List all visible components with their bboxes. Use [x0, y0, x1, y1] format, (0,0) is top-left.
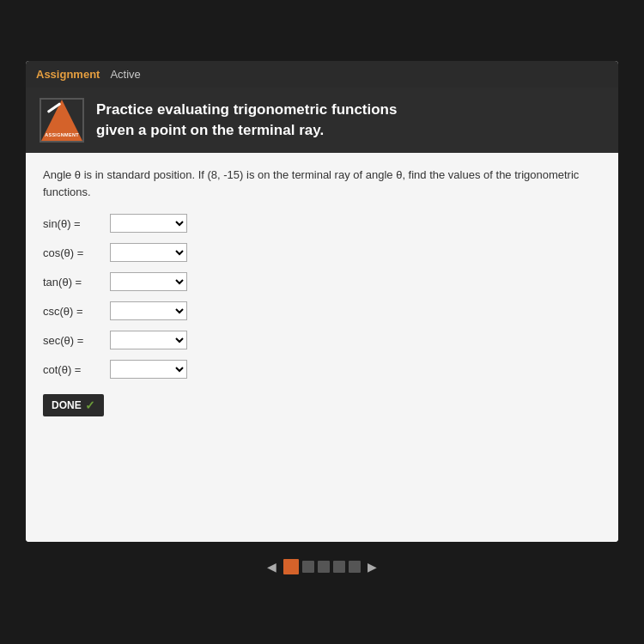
content-area: Angle θ is in standard position. If (8, …: [26, 153, 618, 542]
tab-bar: Assignment Active: [26, 61, 618, 88]
tan-select[interactable]: [110, 272, 187, 291]
tab-active: Active: [110, 68, 140, 81]
icon-text-label: ASSIGNMENT: [41, 132, 82, 137]
main-screen: Assignment Active ASSIGNMENT Practice ev…: [26, 61, 618, 542]
trig-row-sin: sin(θ) =: [43, 214, 601, 233]
header-bar: ASSIGNMENT Practice evaluating trigonome…: [26, 88, 618, 153]
nav-dot-3: [333, 561, 345, 573]
sec-label: sec(θ) =: [43, 334, 105, 347]
done-button[interactable]: DONE ✓: [43, 394, 104, 416]
header-title: Practice evaluating trigonometric functi…: [96, 100, 397, 141]
cos-label: cos(θ) =: [43, 246, 105, 259]
trig-row-tan: tan(θ) =: [43, 272, 601, 291]
next-arrow-icon[interactable]: ▶: [368, 560, 377, 574]
csc-select[interactable]: [110, 301, 187, 320]
assignment-icon: ASSIGNMENT: [39, 98, 84, 143]
done-check-icon: ✓: [85, 398, 95, 412]
trig-row-cos: cos(θ) =: [43, 243, 601, 262]
trig-functions-list: sin(θ) = cos(θ) = tan(θ) = csc(θ) =: [43, 214, 601, 379]
sin-select[interactable]: [110, 214, 187, 233]
cot-label: cot(θ) =: [43, 363, 105, 376]
tab-assignment[interactable]: Assignment: [36, 68, 100, 81]
prev-arrow-icon[interactable]: ◀: [267, 560, 276, 574]
trig-row-csc: csc(θ) =: [43, 301, 601, 320]
cot-select[interactable]: [110, 360, 187, 379]
sec-select[interactable]: [110, 331, 187, 349]
nav-dot-1: [302, 561, 314, 573]
nav-dot-4: [349, 561, 361, 573]
tan-label: tan(θ) =: [43, 276, 105, 289]
cos-select[interactable]: [110, 243, 187, 262]
done-label: DONE: [52, 399, 82, 411]
csc-label: csc(θ) =: [43, 305, 105, 318]
nav-dots: [283, 559, 361, 574]
trig-row-sec: sec(θ) =: [43, 331, 601, 349]
problem-description: Angle θ is in standard position. If (8, …: [43, 167, 601, 200]
trig-row-cot: cot(θ) =: [43, 360, 601, 379]
bottom-nav-bar: ◀ ▶: [267, 550, 377, 583]
nav-dot-active: [283, 559, 299, 574]
sin-label: sin(θ) =: [43, 217, 105, 230]
nav-dot-2: [318, 561, 330, 573]
